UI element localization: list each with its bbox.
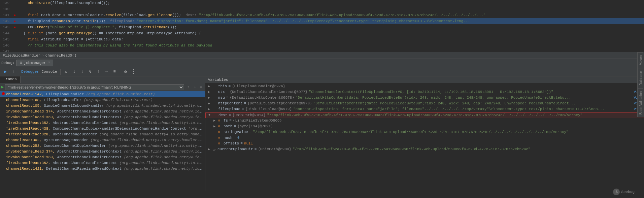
step-out-button[interactable]: ↑ — [95, 68, 102, 75]
debug-tab-jobmanager[interactable]: 🖥 jobmanager × — [16, 60, 53, 66]
thread-up-arrow[interactable]: ↑ — [185, 85, 191, 90]
var-item-dest-stringValue[interactable]: ⚙ stringValue = "/tmp/flink-web-3f52a718… — [205, 130, 644, 135]
breadcrumb-method[interactable]: channelRead0() — [45, 54, 76, 58]
frame-item-13[interactable]: channelRead:1421, DefaultChannelPipeline… — [0, 166, 205, 171]
settings-button[interactable]: ⚙ — [122, 68, 129, 75]
thread-dropdown[interactable]: "flink-rest-server-netty-worker-thread-1… — [5, 84, 184, 90]
code-line-142: 142 ● fileUpload.renameTo(dest.toFile())… — [0, 18, 644, 24]
frame-item-4[interactable]: invokeChannelRead:360, AbstractChannelHa… — [0, 114, 205, 120]
frame-method-0: channelRead0:142, — [6, 92, 46, 96]
debugger-tab-button[interactable]: Debugger — [21, 68, 39, 75]
frame-item-5[interactable]: fireChannelRead:352, AbstractChannelHand… — [0, 120, 205, 126]
line-marker-141: ● — [12, 13, 18, 17]
tab-frames[interactable]: Frames — [0, 76, 21, 83]
frame-method-6: fireChannelRead:438, — [6, 127, 53, 131]
var-item-dest-offsets[interactable]: ⚙ offsets = null — [205, 141, 644, 147]
frame-item-11[interactable]: invokeChannelRead:360, AbstractChannelHa… — [0, 154, 205, 160]
debug-tab-close[interactable]: × — [48, 61, 50, 65]
frame-method-13: channelRead:1421, — [6, 167, 46, 171]
line-marker-142: ● — [12, 19, 18, 23]
pause-button[interactable]: ⏸ — [10, 68, 17, 75]
step-into-button[interactable]: ↓ — [78, 68, 86, 75]
var-arrow-dest-fs[interactable]: ▶ — [213, 119, 218, 123]
var-item-dest-hash[interactable]: ⚙ hash = 0 — [205, 135, 644, 141]
var-name-dest-path: path — [224, 124, 232, 128]
var-item-httpContent[interactable]: ▶ httpContent = {DefaultLastHttpContent@… — [205, 101, 644, 107]
var-arrow-this[interactable]: ▶ — [208, 84, 213, 88]
frame-package-10: (org.apache.flink.shaded.netty4.io.netty… — [124, 150, 204, 154]
left-panel: Frames ▶ "flink-rest-server-netty-worker… — [0, 76, 205, 191]
frame-item-8[interactable]: channelRead:302, ByteToMessageDecoder (o… — [0, 137, 205, 143]
var-item-fileUpload[interactable]: ▶ fileUpload = {DiskFileUpload@6979} "co… — [205, 107, 644, 112]
var-type-fileUpload: {DiskFileUpload@6979} — [245, 107, 292, 111]
code-line-143: 143 ● LOG.trace("Upload of file {} compl… — [0, 24, 644, 30]
frame-item-9[interactable]: channelRead:253, CombinedChannelDuplexHa… — [0, 143, 205, 148]
var-eq-dest-offsets: = — [240, 141, 243, 145]
side-tab-database[interactable]: Database — [638, 68, 643, 88]
frame-item-0[interactable]: channelRead0:142, FileUploadHandler (org… — [0, 91, 205, 97]
line-num-145: 145 — [0, 37, 12, 41]
var-type-httpContent: {DefaultLastHttpContent@6978} — [247, 101, 312, 105]
frame-text-2: channelRead:105, SimpleChannelInboundHan… — [6, 104, 204, 108]
thread-down-arrow[interactable]: ↓ — [192, 85, 198, 90]
more-button[interactable]: ⋮ — [130, 68, 137, 75]
frame-class-12: AbstractChannelHandlerContext — [53, 161, 120, 165]
line-num-142: 142 — [0, 19, 12, 23]
frame-package-6: (org.apache.flink.sh — [188, 127, 204, 131]
var-arrow-httpContent[interactable]: ▶ — [208, 101, 213, 105]
side-tab-bean-validation[interactable]: Bean Validation — [638, 88, 643, 117]
frame-method-11: invokeChannelRead:360, — [6, 155, 57, 159]
var-arrow-ctx[interactable]: ▶ — [208, 90, 213, 94]
var-item-msg[interactable]: ▶ msg = {DefaultLastHttpContent@6978} "D… — [205, 95, 644, 101]
resume-button[interactable]: ▶ — [2, 68, 9, 75]
var-item-currentUploadDir[interactable]: ▶ ∞ currentUploadDir = {UnixPath@6980} "… — [205, 147, 644, 153]
frame-text-10: invokeChannelRead:374, AbstractChannelHa… — [6, 150, 204, 154]
var-item-dest-fs[interactable]: ▶ ⚙ fs = {LinuxFileSystem@5866} — [205, 118, 644, 124]
side-tab-maven[interactable]: Maven — [638, 52, 643, 68]
frame-item-3[interactable]: invokeChannelRead:374, AbstractChannelHa… — [0, 108, 205, 114]
frames-list: channelRead0:142, FileUploadHandler (org… — [0, 91, 205, 191]
frame-item-10[interactable]: invokeChannelRead:374, AbstractChannelHa… — [0, 148, 205, 154]
force-step-into-button[interactable]: ↯ — [87, 68, 94, 75]
frame-item-6[interactable]: fireChannelRead:438, CombinedChannelDupl… — [0, 126, 205, 131]
var-arrow-msg[interactable]: ▶ — [208, 96, 213, 100]
frame-class-9: CombinedChannelDuplexHandler — [44, 144, 108, 148]
infinity-icon-currentUploadDir: ∞ — [213, 147, 217, 152]
frame-method-7: fireChannelRead:328, — [6, 132, 53, 136]
run-to-cursor-button[interactable]: ⇒ — [103, 68, 110, 75]
show-execution-point-button[interactable]: ↻ — [62, 68, 70, 75]
thread-filter-icon[interactable]: ⊙ — [198, 85, 204, 90]
frame-item-2[interactable]: channelRead:105, SimpleChannelInboundHan… — [0, 103, 205, 108]
var-eq-httpContent: = — [244, 101, 246, 105]
frame-text-11: invokeChannelRead:360, AbstractChannelHa… — [6, 155, 204, 159]
var-arrow-dest[interactable]: ▼ — [208, 113, 213, 117]
var-item-dest[interactable]: ▼ dest = {UnixPath@7014} "/tmp/flink-web… — [205, 112, 644, 118]
var-item-this[interactable]: ▶ this = {FileUploadHandler@6976} — [205, 84, 644, 90]
evaluate-button[interactable]: ≡ — [111, 68, 118, 75]
var-arrow-fileUpload[interactable]: ▶ — [208, 107, 213, 111]
frame-package-5: (org.apache.flink.shaded.netty4.io.netty… — [120, 121, 204, 125]
frame-class-3: AbstractChannelHandlerContext — [57, 109, 124, 113]
var-arrow-dest-path[interactable]: ▶ — [213, 124, 218, 128]
frame-text-8: channelRead:302, ByteToMessageDecoder (o… — [6, 138, 204, 142]
var-arrow-currentUploadDir[interactable]: ▶ — [208, 147, 213, 151]
frame-item-1[interactable]: channelRead0:68, FileUploadHandler (org.… — [0, 97, 205, 103]
step-over-button[interactable]: ⤵ — [70, 68, 78, 75]
var-name-dest-offsets: offsets — [224, 141, 239, 145]
console-tab-button[interactable]: Console — [40, 68, 59, 75]
toolbar: ▶ ⏸ Debugger Console ↻ ⤵ ↓ ↯ ↑ ⇒ ≡ ⚙ ⋮ — [0, 67, 644, 76]
var-type-currentUploadDir: {UnixPath@6980} — [258, 147, 291, 151]
frame-text-4: invokeChannelRead:360, AbstractChannelHa… — [6, 115, 204, 119]
frame-item-12[interactable]: fireChannelRead:352, AbstractChannelHand… — [0, 160, 205, 166]
line-num-146: 146 — [0, 43, 12, 47]
thread-selector: ▶ "flink-rest-server-netty-worker-thread… — [0, 83, 205, 91]
var-eq-dest-stringValue: = — [249, 130, 252, 134]
var-item-ctx[interactable]: ▶ ctx = {DefaultChannelHandlerContext@69… — [205, 90, 644, 95]
frame-text-5: fireChannelRead:352, AbstractChannelHand… — [6, 121, 204, 125]
line-content-139: checkState(fileUpload.isCompleted()); — [18, 1, 644, 5]
var-value-msg: "DefaultLastHttpContent(data: PooledSlic… — [296, 96, 633, 100]
frame-item-7[interactable]: fireChannelRead:328, ByteToMessageDecode… — [0, 131, 205, 137]
breadcrumb-file[interactable]: FileUploadHandler — [3, 54, 40, 58]
frame-package-7: (org.apache.flink.shaded.netty4.io.netty… — [99, 132, 204, 136]
var-item-dest-path[interactable]: ▶ ⚙ path = {byte[134]@7021} — [205, 124, 644, 130]
